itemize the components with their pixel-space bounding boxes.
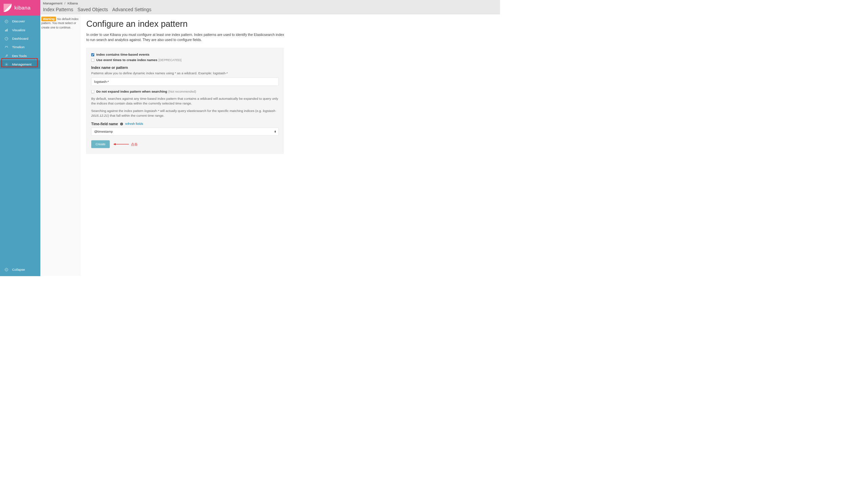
svg-point-9: [7, 47, 7, 47]
time-field-select[interactable]: @timestamp: [91, 128, 279, 136]
checkbox-time-based-label: Index contains time-based events: [96, 53, 150, 57]
svg-rect-5: [7, 29, 7, 32]
svg-rect-13: [121, 123, 122, 124]
svg-rect-4: [6, 30, 6, 32]
no-expand-note: (Not recommended): [168, 90, 196, 93]
logo-row: kibana: [0, 0, 40, 16]
click-annotation-text: 点击: [131, 142, 138, 147]
sidebar-item-label: Management: [12, 62, 32, 66]
kibana-logo-icon: [3, 4, 12, 12]
page-subtitle: In order to use Kibana you must configur…: [86, 32, 286, 42]
svg-rect-14: [121, 123, 122, 123]
sidebar-item-devtools[interactable]: Dev Tools: [0, 52, 40, 60]
sidebar-collapse-label: Collapse: [12, 268, 25, 272]
no-expand-para2: Searching against the index pattern logs…: [91, 109, 279, 118]
sidebar-item-discover[interactable]: Discover: [0, 17, 40, 26]
svg-point-11: [5, 268, 8, 271]
checkbox-time-based-input[interactable]: [91, 53, 94, 56]
index-name-label: Index name or pattern: [91, 66, 279, 70]
checkbox-time-based[interactable]: Index contains time-based events: [91, 53, 279, 57]
svg-marker-2: [6, 21, 7, 22]
wrench-icon: [4, 54, 9, 58]
svg-point-10: [6, 64, 7, 65]
time-field-label: Time-field name: [91, 122, 118, 126]
nav: Discover Visualize Dashboard Timelion: [0, 16, 40, 265]
brand-name: kibana: [15, 5, 31, 11]
checkbox-event-times-input[interactable]: [91, 59, 94, 62]
no-expand-para1: By default, searches against any time-ba…: [91, 96, 279, 106]
breadcrumb-separator: /: [64, 2, 65, 5]
checkbox-no-expand-label: Do not expand index pattern when searchi…: [96, 90, 167, 94]
breadcrumb: Management / Kibana: [43, 2, 497, 6]
warning-column: WarningNo default index pattern. You mus…: [40, 14, 81, 276]
checkbox-event-times-label: Use event times to create index names: [96, 58, 157, 62]
index-name-input[interactable]: [91, 78, 279, 86]
deprecated-tag: [DEPRECATED]: [159, 58, 181, 62]
tab-advanced-settings[interactable]: Advanced Settings: [112, 7, 151, 13]
sidebar-item-label: Visualize: [12, 28, 25, 32]
svg-line-7: [6, 38, 7, 39]
arrow-left-icon: [113, 143, 129, 146]
warning-pill: Warning: [41, 17, 56, 21]
tabs: Index Patterns Saved Objects Advanced Se…: [43, 7, 497, 13]
sidebar-item-label: Discover: [12, 20, 25, 24]
sidebar: kibana Discover Visualize Dashboard: [0, 0, 40, 276]
index-name-hint: Patterns allow you to define dynamic ind…: [91, 71, 279, 76]
gauge-icon: [4, 37, 9, 41]
svg-marker-16: [113, 143, 116, 145]
sidebar-item-timelion[interactable]: Timelion: [0, 43, 40, 52]
chevron-left-circle-icon: [4, 268, 9, 272]
sidebar-item-visualize[interactable]: Visualize: [0, 26, 40, 34]
sidebar-item-dashboard[interactable]: Dashboard: [0, 34, 40, 43]
sidebar-item-management[interactable]: Management: [0, 60, 40, 69]
refresh-fields-link[interactable]: refresh fields: [125, 122, 143, 126]
form-card: Index contains time-based events Use eve…: [86, 48, 284, 154]
topbar: Management / Kibana Index Patterns Saved…: [40, 0, 500, 14]
main: Management / Kibana Index Patterns Saved…: [40, 0, 500, 276]
checkbox-no-expand-input[interactable]: [91, 90, 94, 93]
warning-box: WarningNo default index pattern. You mus…: [41, 17, 80, 29]
svg-point-1: [5, 20, 8, 23]
breadcrumb-root[interactable]: Management: [43, 2, 62, 5]
gear-icon: [4, 62, 9, 67]
content-row: WarningNo default index pattern. You mus…: [40, 14, 500, 276]
svg-rect-3: [5, 30, 5, 32]
tab-index-patterns[interactable]: Index Patterns: [43, 7, 73, 13]
compass-icon: [4, 19, 9, 24]
breadcrumb-current: Kibana: [67, 2, 78, 5]
page: Configure an index pattern In order to u…: [81, 14, 500, 276]
sidebar-item-label: Dev Tools: [12, 54, 27, 58]
svg-point-8: [6, 47, 6, 47]
bar-chart-icon: [4, 28, 9, 32]
tab-saved-objects[interactable]: Saved Objects: [78, 7, 108, 13]
sidebar-collapse[interactable]: Collapse: [0, 265, 40, 274]
click-annotation: 点击: [113, 142, 138, 147]
sidebar-item-label: Dashboard: [12, 37, 28, 41]
info-icon: [120, 122, 123, 126]
page-title: Configure an index pattern: [86, 19, 495, 29]
checkbox-no-expand[interactable]: Do not expand index pattern when searchi…: [91, 90, 279, 94]
timelion-icon: [4, 45, 9, 50]
checkbox-event-times[interactable]: Use event times to create index names [D…: [91, 58, 279, 62]
create-button[interactable]: Create: [91, 140, 110, 148]
sidebar-item-label: Timelion: [12, 45, 25, 50]
